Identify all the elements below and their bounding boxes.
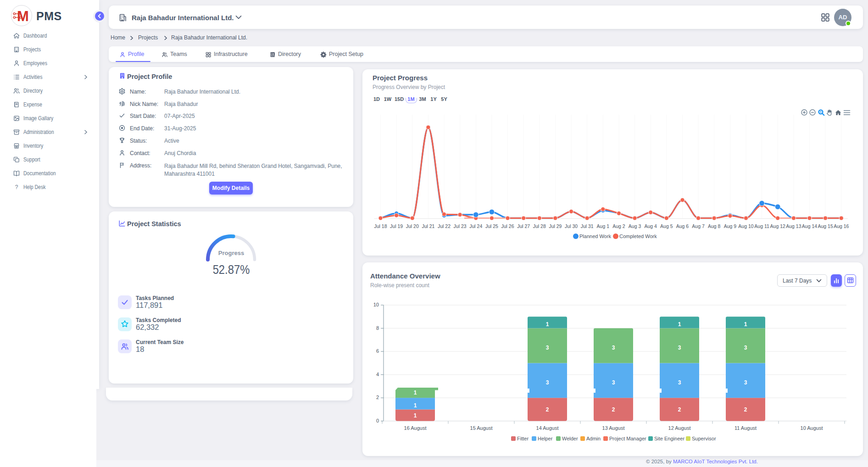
- svg-text:3: 3: [678, 379, 681, 386]
- svg-text:1: 1: [678, 321, 681, 328]
- svg-text:1: 1: [546, 321, 549, 328]
- svg-text:1: 1: [414, 412, 417, 419]
- svg-text:3: 3: [546, 345, 549, 351]
- svg-text:3: 3: [678, 345, 681, 351]
- svg-text:3: 3: [744, 379, 747, 386]
- svg-text:1: 1: [414, 389, 417, 396]
- svg-text:2: 2: [678, 406, 681, 413]
- svg-text:3: 3: [612, 379, 615, 386]
- svg-text:1: 1: [744, 321, 747, 328]
- svg-text:3: 3: [744, 345, 747, 351]
- svg-text:1: 1: [414, 402, 417, 409]
- svg-text:2: 2: [612, 406, 615, 413]
- svg-text:2: 2: [546, 406, 549, 413]
- svg-text:2: 2: [744, 406, 747, 413]
- svg-text:3: 3: [546, 379, 549, 386]
- svg-text:3: 3: [612, 345, 615, 351]
